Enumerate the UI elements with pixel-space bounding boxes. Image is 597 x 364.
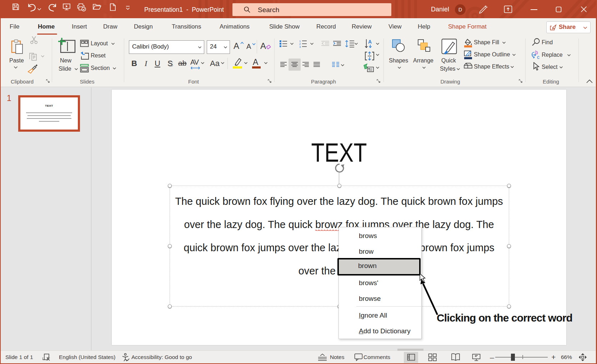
svg-text:3: 3 [299,45,301,48]
svg-text:A: A [368,39,372,45]
svg-text:c: c [537,54,540,60]
